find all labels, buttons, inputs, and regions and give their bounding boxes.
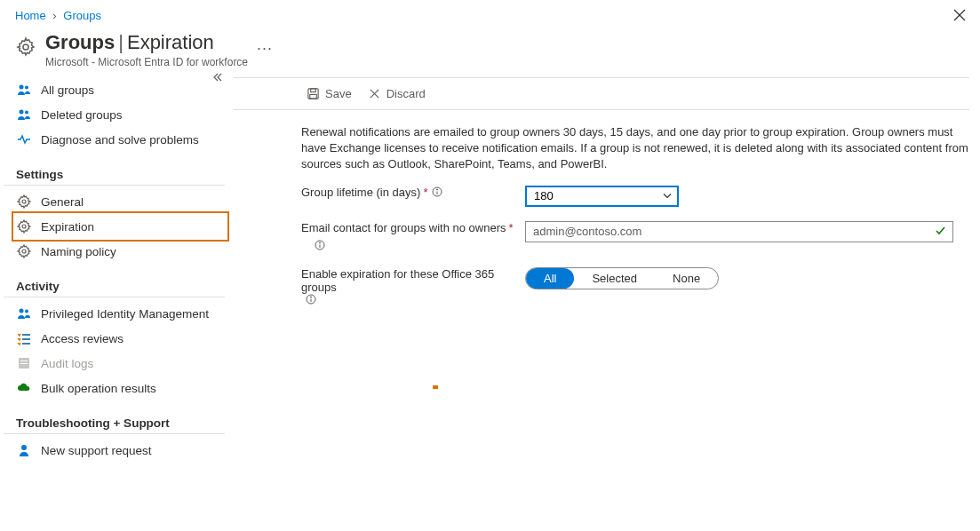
email-input[interactable]	[525, 221, 953, 242]
check-icon	[935, 225, 946, 239]
cloud-icon	[16, 381, 32, 395]
sidebar-item-all-groups[interactable]: All groups	[4, 77, 234, 102]
breadcrumb: Home › Groups	[0, 0, 980, 28]
sidebar-item-label: Audit logs	[41, 357, 93, 370]
sidebar-section-activity: Activity	[4, 264, 225, 297]
email-label: Email contact for groups with no owners …	[301, 221, 525, 253]
description-text: Renewal notifications are emailed to gro…	[301, 124, 969, 173]
sidebar-item-label: Access reviews	[41, 332, 123, 345]
svg-rect-13	[20, 361, 28, 361]
sidebar-item-label: New support request	[41, 444, 152, 457]
collapse-sidebar-button[interactable]	[212, 72, 223, 85]
lifetime-label: Group lifetime (in days) *	[301, 186, 525, 199]
decorative-mark	[433, 385, 438, 389]
support-icon	[16, 443, 32, 457]
close-button[interactable]	[953, 9, 966, 24]
sidebar-item-label: Diagnose and solve problems	[41, 133, 199, 147]
svg-point-4	[25, 86, 28, 90]
sidebar-item-label: Expiration	[41, 220, 94, 234]
people-icon	[16, 107, 32, 122]
close-icon	[953, 9, 966, 21]
sidebar-item-label: Bulk operation results	[41, 382, 156, 395]
discard-label: Discard	[386, 87, 426, 100]
breadcrumb-groups[interactable]: Groups	[63, 9, 101, 22]
svg-point-15	[21, 445, 27, 450]
required-asterisk: *	[509, 221, 514, 234]
enable-expiration-label: Enable expiration for these Office 365 g…	[301, 267, 525, 305]
sidebar-item-general[interactable]: General	[4, 189, 234, 214]
info-icon[interactable]	[306, 294, 316, 305]
heartbeat-icon	[16, 132, 32, 147]
gear-icon	[15, 36, 36, 60]
svg-point-5	[20, 110, 24, 115]
more-button[interactable]: ···	[257, 44, 273, 52]
sidebar-item-bulk-results[interactable]: Bulk operation results	[4, 376, 234, 400]
toggle-all[interactable]: All	[526, 268, 574, 289]
sidebar-item-label: Naming policy	[41, 245, 116, 258]
sidebar-item-label: Deleted groups	[41, 108, 123, 122]
svg-point-23	[437, 189, 438, 190]
svg-point-2	[23, 44, 28, 50]
people-icon	[16, 83, 32, 97]
save-button[interactable]: Save	[301, 85, 357, 102]
sidebar-item-support-request[interactable]: New support request	[4, 438, 234, 463]
sidebar-section-settings: Settings	[4, 152, 225, 186]
sidebar-item-expiration[interactable]: Expiration	[4, 214, 234, 239]
lifetime-select[interactable]	[525, 186, 679, 207]
svg-point-3	[20, 85, 24, 90]
main-content: Save Discard Renewal notifications are e…	[234, 77, 980, 463]
sidebar-item-pim[interactable]: Privileged Identity Management	[4, 301, 234, 326]
sidebar-item-naming-policy[interactable]: Naming policy	[4, 239, 234, 264]
required-asterisk: *	[423, 186, 427, 199]
svg-point-10	[20, 309, 24, 313]
info-icon[interactable]	[432, 186, 442, 197]
page-header: Groups|Expiration Microsoft - Microsoft …	[0, 28, 980, 77]
save-icon	[307, 87, 320, 100]
sidebar-item-label: General	[41, 195, 84, 209]
gear-icon	[16, 194, 32, 209]
save-label: Save	[325, 87, 352, 100]
svg-point-7	[22, 200, 26, 203]
lifetime-input[interactable]	[525, 186, 679, 207]
sidebar-item-label: All groups	[41, 83, 94, 97]
toolbar: Save Discard	[234, 77, 969, 110]
log-icon	[16, 356, 32, 370]
sidebar-item-audit-logs[interactable]: Audit logs	[4, 351, 234, 376]
sidebar-section-support: Troubleshooting + Support	[4, 400, 225, 434]
sidebar-item-diagnose[interactable]: Diagnose and solve problems	[4, 127, 234, 152]
checklist-icon	[16, 331, 32, 345]
svg-point-11	[25, 310, 28, 313]
sidebar-item-access-reviews[interactable]: Access reviews	[4, 326, 234, 351]
people-icon	[16, 306, 32, 321]
chevron-right-icon: ›	[52, 9, 56, 22]
page-subtitle: Microsoft - Microsoft Entra ID for workf…	[45, 56, 248, 68]
svg-point-8	[22, 225, 26, 228]
svg-point-9	[22, 250, 26, 253]
gear-icon	[16, 244, 32, 258]
breadcrumb-home[interactable]: Home	[15, 9, 46, 22]
svg-rect-17	[311, 89, 316, 92]
svg-point-26	[319, 242, 320, 242]
expiration-scope-toggle: All Selected None	[525, 267, 719, 289]
toggle-none[interactable]: None	[655, 268, 718, 289]
chevron-left-double-icon	[212, 72, 223, 83]
svg-point-6	[25, 111, 28, 115]
gear-icon	[16, 219, 32, 234]
svg-rect-14	[20, 363, 28, 364]
sidebar-item-label: Privileged Identity Management	[41, 307, 209, 321]
toggle-selected[interactable]: Selected	[574, 268, 655, 289]
info-icon[interactable]	[315, 240, 325, 250]
discard-button[interactable]: Discard	[363, 85, 431, 102]
sidebar-item-deleted-groups[interactable]: Deleted groups	[4, 102, 234, 127]
svg-point-29	[310, 296, 311, 297]
discard-icon	[368, 87, 381, 100]
svg-rect-18	[310, 94, 317, 99]
sidebar: All groups Deleted groups Diagnose and s…	[0, 77, 234, 463]
page-title: Groups|Expiration	[45, 31, 248, 54]
